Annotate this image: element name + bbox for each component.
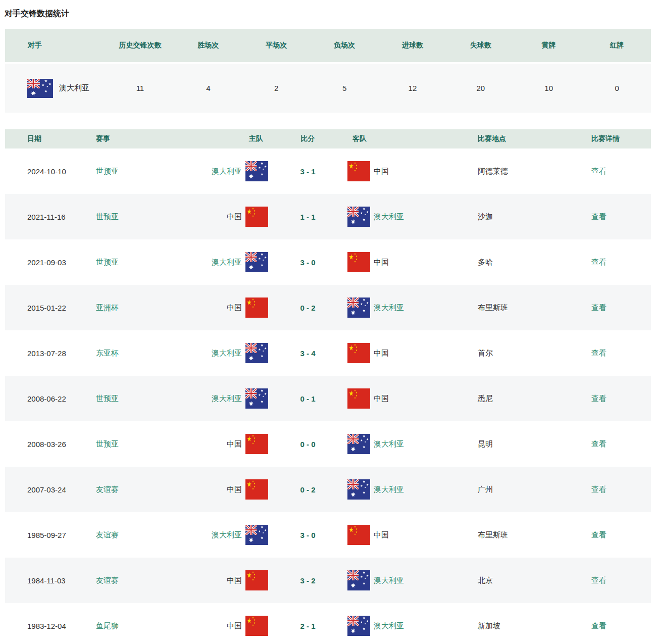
china-flag-icon (245, 570, 268, 590)
summary-header-cell: 对手 (5, 41, 106, 50)
summary-header-cell: 失球数 (446, 41, 515, 50)
summary-value: 4 (174, 84, 242, 92)
summary-header-cell: 负场次 (311, 41, 379, 50)
match-header-cell: 客队 (347, 134, 478, 143)
competition-link[interactable]: 亚洲杯 (96, 303, 162, 313)
match-header-cell: 比赛详情 (591, 134, 651, 143)
home-team-name[interactable]: 澳大利亚 (212, 258, 242, 267)
match-row: 1984-11-03友谊赛中国3 - 2澳大利亚北京查看 (5, 558, 651, 603)
competition-link[interactable]: 世预亚 (96, 439, 162, 449)
match-score: 0 - 1 (268, 394, 347, 403)
home-team-cell: 澳大利亚 (162, 525, 268, 545)
view-details-link[interactable]: 查看 (591, 212, 651, 222)
home-team-cell: 中国 (162, 570, 268, 590)
view-details-link[interactable]: 查看 (591, 349, 651, 358)
match-score: 0 - 2 (268, 304, 347, 312)
australia-flag-icon (347, 479, 370, 500)
view-details-link[interactable]: 查看 (591, 439, 651, 449)
match-venue: 沙迦 (478, 212, 591, 222)
home-team-name: 中国 (227, 212, 242, 222)
australia-flag-icon (347, 570, 370, 590)
home-team-name: 中国 (227, 485, 242, 494)
home-team-cell: 中国 (162, 434, 268, 454)
china-flag-icon (347, 525, 370, 545)
away-team-name[interactable]: 澳大利亚 (374, 303, 404, 313)
match-table-header: 日期赛事主队比分客队比赛地点比赛详情 (5, 129, 651, 148)
summary-header-cell: 平场次 (242, 41, 311, 50)
view-details-link[interactable]: 查看 (591, 530, 651, 540)
view-details-link[interactable]: 查看 (591, 485, 651, 494)
away-team-cell: 澳大利亚 (347, 434, 478, 454)
home-team-name[interactable]: 澳大利亚 (212, 167, 242, 176)
summary-header-cell: 黄牌 (515, 41, 583, 50)
australia-flag-icon (347, 434, 370, 454)
match-venue: 布里斯班 (478, 530, 591, 540)
match-header-cell: 日期 (27, 134, 96, 143)
match-date: 1984-11-03 (27, 576, 96, 585)
view-details-link[interactable]: 查看 (591, 394, 651, 404)
match-header-cell: 主队 (162, 134, 268, 143)
match-row: 2015-01-22亚洲杯中国0 - 2澳大利亚布里斯班查看 (5, 285, 651, 330)
away-team-cell: 中国 (347, 388, 478, 409)
home-team-name[interactable]: 澳大利亚 (212, 349, 242, 358)
competition-link[interactable]: 世预亚 (96, 258, 162, 267)
summary-value: 12 (379, 84, 447, 92)
competition-link[interactable]: 友谊赛 (96, 530, 162, 540)
summary-value: 0 (583, 84, 651, 92)
match-score: 0 - 0 (268, 440, 347, 449)
match-venue: 新加坡 (478, 621, 591, 631)
competition-link[interactable]: 鱼尾狮 (96, 621, 162, 631)
away-team-name[interactable]: 澳大利亚 (374, 576, 404, 585)
home-team-name[interactable]: 澳大利亚 (212, 530, 242, 540)
away-team-name[interactable]: 澳大利亚 (374, 485, 404, 494)
match-score: 3 - 0 (268, 258, 347, 267)
match-venue: 首尔 (478, 349, 591, 358)
summary-header-cell: 红牌 (583, 41, 651, 50)
match-row: 2013-07-28东亚杯澳大利亚3 - 4中国首尔查看 (5, 330, 651, 376)
home-team-name[interactable]: 澳大利亚 (212, 394, 242, 404)
match-row: 2008-03-26世预亚中国0 - 0澳大利亚昆明查看 (5, 421, 651, 467)
match-date: 2015-01-22 (27, 304, 96, 312)
summary-header-cell: 历史交锋次数 (106, 41, 174, 50)
away-team-cell: 中国 (347, 161, 478, 181)
home-team-cell: 澳大利亚 (162, 343, 268, 363)
australia-flag-icon (245, 388, 268, 409)
away-team-name: 中国 (374, 167, 389, 176)
away-team-name[interactable]: 澳大利亚 (374, 212, 404, 222)
match-score: 2 - 1 (268, 622, 347, 630)
match-row: 2008-06-22世预亚澳大利亚0 - 1中国悉尼查看 (5, 376, 651, 421)
home-team-cell: 澳大利亚 (162, 388, 268, 409)
competition-link[interactable]: 世预亚 (96, 212, 162, 222)
view-details-link[interactable]: 查看 (591, 576, 651, 585)
home-team-cell: 中国 (162, 616, 268, 636)
competition-link[interactable]: 友谊赛 (96, 576, 162, 585)
match-row: 2021-11-16世预亚中国1 - 1澳大利亚沙迦查看 (5, 194, 651, 239)
match-row: 2007-03-24友谊赛中国0 - 2澳大利亚广州查看 (5, 467, 651, 512)
away-team-name: 中国 (374, 530, 389, 540)
match-date: 2007-03-24 (27, 485, 96, 494)
match-venue: 北京 (478, 576, 591, 585)
away-team-name[interactable]: 澳大利亚 (374, 621, 404, 631)
away-team-cell: 澳大利亚 (347, 207, 478, 227)
view-details-link[interactable]: 查看 (591, 258, 651, 267)
match-row: 1985-09-27友谊赛澳大利亚3 - 0中国布里斯班查看 (5, 512, 651, 558)
view-details-link[interactable]: 查看 (591, 621, 651, 631)
competition-link[interactable]: 世预亚 (96, 167, 162, 176)
china-flag-icon (245, 434, 268, 454)
view-details-link[interactable]: 查看 (591, 303, 651, 313)
view-details-link[interactable]: 查看 (591, 167, 651, 176)
china-flag-icon (245, 616, 268, 636)
home-team-name: 中国 (227, 303, 242, 313)
match-header-cell: 比赛地点 (478, 134, 591, 143)
match-date: 2008-06-22 (27, 394, 96, 403)
home-team-name: 中国 (227, 621, 242, 631)
competition-link[interactable]: 世预亚 (96, 394, 162, 404)
match-date: 1985-09-27 (27, 531, 96, 539)
away-team-name[interactable]: 澳大利亚 (374, 439, 404, 449)
match-row: 2024-10-10世预亚澳大利亚3 - 1中国阿德莱德查看 (5, 148, 651, 194)
summary-table-row: 澳大利亚114251220100 (5, 64, 651, 113)
competition-link[interactable]: 东亚杯 (96, 349, 162, 358)
competition-link[interactable]: 友谊赛 (96, 485, 162, 494)
match-score: 3 - 4 (268, 349, 347, 358)
summary-value: 5 (311, 84, 379, 92)
